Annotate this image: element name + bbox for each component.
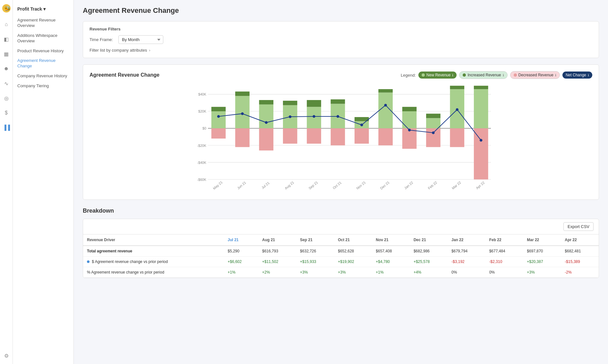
bar-chart-svg: $40K $20K $0 -$20K -$40K -$60K <box>90 84 592 193</box>
legend-new-dot <box>422 73 425 77</box>
dollar-icon[interactable]: $ <box>2 108 11 117</box>
bar-new-1 <box>235 96 250 128</box>
bar-inc-3 <box>283 101 297 105</box>
breakdown-card: Export CSV Revenue Driver Jul 21 Aug 21 … <box>83 219 599 278</box>
svg-text:-$40K: -$40K <box>197 161 206 165</box>
col-header-jul21: Jul 21 <box>224 234 258 246</box>
svg-text:Jun 21: Jun 21 <box>236 181 247 190</box>
row-cell-dollar-apr22: -$15,389 <box>561 257 599 267</box>
row-cell-dollar-feb22: -$2,310 <box>485 257 523 267</box>
sidebar-item-company-tiering[interactable]: Company Tiering <box>13 81 73 91</box>
col-header-aug21: Aug 21 <box>258 234 296 246</box>
bar-dec-7 <box>378 128 393 145</box>
bar-dec-1 <box>235 128 250 147</box>
row-cell-total-feb22: $677,484 <box>485 246 523 257</box>
col-header-mar22: Mar 22 <box>523 234 561 246</box>
legend-net-label: Net Change <box>566 73 586 77</box>
bar-inc-4 <box>307 100 321 107</box>
col-header-apr22: Apr 22 <box>561 234 599 246</box>
row-cell-total-jul21: $5,290 <box>224 246 258 257</box>
net-dot-10 <box>456 108 459 111</box>
app-logo[interactable]: 🐝 <box>2 4 11 13</box>
sidebar-item-product-revenue-history[interactable]: Product Revenue History <box>13 46 73 56</box>
sidebar-item-company-revenue-history[interactable]: Company Revenue History <box>13 71 73 81</box>
bar-dec-3 <box>283 128 297 144</box>
row-cell-total-nov21: $657,408 <box>372 246 410 257</box>
legend-increased-info-icon[interactable]: ℹ <box>503 73 504 77</box>
bar-dec-9 <box>426 128 441 147</box>
bar-dec-0 <box>211 128 226 139</box>
row-cell-pct-nov21: +1% <box>372 267 410 278</box>
analytics-icon[interactable]: ▐▐ <box>2 123 11 132</box>
row-cell-total-jan22: $679,794 <box>448 246 485 257</box>
row-cell-pct-apr22: -2% <box>561 267 599 278</box>
chart-bar-icon[interactable]: ▦ <box>2 49 11 58</box>
svg-text:May 21: May 21 <box>212 180 223 190</box>
legend-new-revenue: New Revenue ℹ <box>418 72 457 79</box>
legend-net-info-icon[interactable]: ℹ <box>588 73 589 77</box>
legend-new-info-icon[interactable]: ℹ <box>452 73 453 77</box>
bar-dec-4 <box>307 128 321 144</box>
check-circle-icon[interactable]: ◎ <box>2 94 11 103</box>
row-cell-pct-oct21: +3% <box>334 267 372 278</box>
legend-label: Legend: <box>401 73 416 78</box>
row-cell-pct-dec21: +4% <box>410 267 448 278</box>
row-cell-total-dec21: $682,986 <box>410 246 448 257</box>
table-header-row: Revenue Driver Jul 21 Aug 21 Sep 21 Oct … <box>83 234 599 246</box>
net-dot-7 <box>384 104 387 107</box>
svg-text:Aug 21: Aug 21 <box>284 180 295 190</box>
time-frame-select[interactable]: By Month By Quarter By Year <box>118 35 163 44</box>
person-icon[interactable]: ☻ <box>2 64 11 73</box>
dollar-change-text: $ Agreement revenue change vs prior peri… <box>92 259 168 264</box>
legend-increased-label: Increased Revenue <box>467 73 501 77</box>
legend-decreased-info-icon[interactable]: ℹ <box>555 73 556 77</box>
book-icon[interactable]: ◧ <box>2 35 11 44</box>
svg-text:Mar 22: Mar 22 <box>451 180 462 190</box>
row-cell-pct-jan22: 0% <box>448 267 485 278</box>
pulse-icon[interactable]: ∿ <box>2 79 11 88</box>
col-header-driver: Revenue Driver <box>83 234 224 246</box>
row-label-pct-change: % Agreement revenue change vs prior peri… <box>83 267 224 278</box>
chart-header: Agreement Revenue Change Legend: New Rev… <box>90 71 592 79</box>
main-content: Agreement Revenue Change Revenue Filters… <box>74 0 608 364</box>
bar-dec-10 <box>450 128 465 147</box>
row-cell-dollar-nov21: +$4,780 <box>372 257 410 267</box>
sidebar-item-agreement-revenue-change[interactable]: Agreement Revenue Change <box>13 56 73 71</box>
bar-new-2 <box>259 105 274 128</box>
nav-header[interactable]: Profit Track ▾ <box>13 4 73 15</box>
sidebar-item-additions-whitespace[interactable]: Additions Whitespace Overview <box>13 31 73 46</box>
table-row: % Agreement revenue change vs prior peri… <box>83 267 599 278</box>
row-cell-dollar-mar22: +$20,387 <box>523 257 561 267</box>
row-cell-dollar-aug21: +$11,502 <box>258 257 296 267</box>
legend-decreased-label: Decreased Revenue <box>518 73 553 77</box>
net-change-line <box>218 105 481 140</box>
row-cell-pct-sep21: +3% <box>296 267 334 278</box>
net-dot-6 <box>360 123 363 126</box>
chart-title: Agreement Revenue Change <box>90 72 159 78</box>
bar-inc-11 <box>474 86 488 89</box>
company-filter-link[interactable]: Filter list by company attributes › <box>90 48 592 53</box>
svg-text:$0: $0 <box>202 126 206 130</box>
bar-inc-2 <box>259 100 274 105</box>
settings-icon[interactable]: ⚙ <box>2 351 11 360</box>
bar-dec-6 <box>355 128 369 144</box>
row-cell-total-sep21: $632,726 <box>296 246 334 257</box>
net-dot-4 <box>313 115 315 118</box>
row-cell-total-aug21: $616,793 <box>258 246 296 257</box>
svg-text:-$60K: -$60K <box>197 178 206 182</box>
net-dot-2 <box>265 121 268 124</box>
svg-text:$20K: $20K <box>198 109 206 113</box>
row-cell-pct-feb22: 0% <box>485 267 523 278</box>
sidebar-item-agreement-revenue-overview[interactable]: Agreement Revenue Overview <box>13 15 73 31</box>
net-dot-8 <box>408 129 411 131</box>
home-icon[interactable]: ⌂ <box>2 20 11 29</box>
row-cell-total-mar22: $697,870 <box>523 246 561 257</box>
row-cell-pct-aug21: +2% <box>258 267 296 278</box>
bar-dec-5 <box>331 128 345 145</box>
legend-decreased-revenue: Decreased Revenue ℹ <box>510 71 560 79</box>
nav-sidebar: Profit Track ▾ Agreement Revenue Overvie… <box>13 0 74 364</box>
legend-net-change: Net Change ℹ <box>562 72 592 79</box>
breakdown-toolbar: Export CSV <box>83 219 599 234</box>
bar-dec-2 <box>259 128 274 150</box>
export-csv-button[interactable]: Export CSV <box>563 222 594 231</box>
